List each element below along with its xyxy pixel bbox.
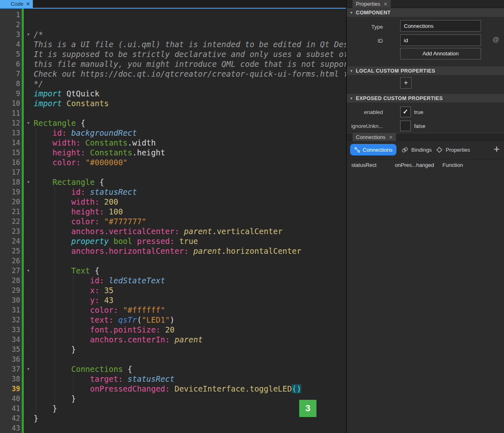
connection-signal: onPres...hanged (395, 162, 434, 168)
tab-code[interactable]: Code ✕ (0, 0, 33, 8)
code-line[interactable]: width: 200 (0, 197, 346, 207)
code-line[interactable]: } (0, 394, 346, 403)
code-line[interactable]: This is a UI file (.ui.qml) that is inte… (0, 39, 346, 49)
close-icon[interactable]: ✕ (26, 1, 30, 7)
add-local-property-button[interactable]: + (400, 77, 412, 89)
code-line[interactable]: onPressedChanged: DeviceInterface.toggle… (0, 384, 346, 394)
binding-icon (401, 147, 408, 153)
annotation-count-badge[interactable]: 3 (299, 400, 316, 417)
properties-tool-label: Properties (446, 147, 470, 153)
tab-connections-label: Connections (356, 134, 385, 140)
code-line[interactable]: color: "#777777" (0, 216, 346, 226)
enabled-checkbox[interactable]: ✓ (400, 107, 411, 117)
connection-row[interactable]: statusRectonPres...hangedFunction (347, 162, 504, 171)
code-line[interactable]: } (0, 344, 346, 354)
code-lines: /*This is a UI file (.ui.qml) that is in… (0, 10, 346, 433)
editor-tab-bar: Code ✕ (0, 0, 346, 8)
code-area[interactable]: 1234567891011121314151617181920212223242… (0, 9, 346, 433)
code-line[interactable]: anchors.horizontalCenter: parent.horizon… (0, 246, 346, 256)
code-line[interactable] (0, 10, 346, 20)
code-line[interactable]: this file manually, you might introduce … (0, 59, 346, 69)
properties-tool-button[interactable]: Properties (436, 144, 470, 155)
tab-code-label: Code (11, 1, 23, 7)
add-connection-button[interactable]: + (490, 143, 503, 155)
type-field[interactable] (400, 20, 481, 32)
collapse-arrow-icon[interactable]: ▾ (347, 96, 356, 100)
diamond-icon (436, 146, 443, 153)
section-component-title: COMPONENT (356, 10, 391, 16)
code-line[interactable]: Text { (0, 266, 346, 276)
code-line[interactable] (0, 167, 346, 177)
code-line[interactable]: Rectangle { (0, 177, 346, 187)
code-line[interactable] (0, 354, 346, 364)
code-line[interactable]: id: statusRect (0, 187, 346, 197)
connections-toolbar: Connections Bindings Properties + (347, 141, 504, 160)
code-line[interactable]: Rectangle { (0, 118, 346, 128)
code-line[interactable]: */ (0, 79, 346, 89)
code-line[interactable]: height: 100 (0, 207, 346, 216)
add-annotation-button[interactable]: Add Annotation (400, 48, 481, 59)
code-line[interactable]: } (0, 413, 346, 423)
annotation-at-icon[interactable]: @ (493, 36, 499, 43)
properties-tab-bar: Properties ✕ (347, 0, 504, 8)
connection-target: statusRect (351, 162, 376, 168)
bindings-tool-button[interactable]: Bindings (401, 144, 432, 155)
connection-icon (354, 147, 360, 153)
code-line[interactable]: Check out https://doc.qt.io/qtcreator/cr… (0, 69, 346, 79)
close-icon[interactable]: ✕ (383, 1, 387, 7)
code-line[interactable]: id: backgroundRect (0, 128, 346, 138)
code-line[interactable]: } (0, 403, 346, 413)
tab-properties-label: Properties (356, 1, 380, 7)
enabled-value: true (414, 109, 423, 115)
code-line[interactable]: font.pointSize: 20 (0, 325, 346, 335)
connections-tool-label: Connections (363, 147, 392, 153)
code-line[interactable] (0, 423, 346, 433)
ignore-unknown-checkbox[interactable] (400, 121, 411, 131)
bindings-tool-label: Bindings (411, 147, 432, 153)
code-line[interactable]: x: 35 (0, 285, 346, 295)
section-exposed-title: EXPOSED CUSTOM PROPERTIES (356, 96, 443, 101)
code-line[interactable]: y: 43 (0, 295, 346, 305)
code-line[interactable]: import QtQuick (0, 89, 346, 98)
connections-tab-bar: Connections ✕ (347, 133, 504, 141)
right-panel: Properties ✕ ▾ COMPONENT Type ID @ Add A… (347, 0, 504, 433)
code-line[interactable]: height: Constants.height (0, 148, 346, 157)
connection-action: Function (442, 162, 463, 168)
code-line[interactable]: anchors.centerIn: parent (0, 335, 346, 344)
id-label: ID (347, 38, 383, 44)
code-editor: Code ✕ 123456789101112131415161718192021… (0, 0, 346, 433)
ignore-unknown-label: ignoreUnkn... (347, 123, 383, 129)
code-line[interactable]: color: "#ffffff" (0, 305, 346, 315)
connections-tool-button[interactable]: Connections (350, 144, 396, 155)
code-line[interactable] (0, 108, 346, 118)
id-field[interactable] (400, 34, 481, 46)
collapse-arrow-icon[interactable]: ▾ (347, 10, 356, 15)
code-line[interactable] (0, 20, 346, 30)
section-exposed-properties: ▾ EXPOSED CUSTOM PROPERTIES (347, 94, 504, 103)
code-line[interactable]: /* (0, 30, 346, 39)
enabled-label: enabled (347, 109, 383, 115)
code-line[interactable]: text: qsTr("LED1") (0, 315, 346, 325)
code-line[interactable]: It is supposed to be strictly declarativ… (0, 49, 346, 59)
code-line[interactable]: target: statusRect (0, 374, 346, 384)
code-line[interactable]: Connections { (0, 364, 346, 374)
section-local-properties: ▾ LOCAL CUSTOM PROPERTIES (347, 66, 504, 75)
code-line[interactable]: anchors.verticalCenter: parent.verticalC… (0, 226, 346, 236)
type-label: Type (347, 24, 383, 30)
tab-connections[interactable]: Connections ✕ (353, 133, 396, 141)
tab-properties[interactable]: Properties ✕ (353, 0, 391, 8)
code-line[interactable]: id: ledStateText (0, 276, 346, 285)
ignore-unknown-value: false (414, 123, 425, 129)
close-icon[interactable]: ✕ (389, 134, 393, 140)
collapse-arrow-icon[interactable]: ▾ (347, 68, 356, 73)
code-line[interactable]: import Constants (0, 98, 346, 108)
section-local-title: LOCAL CUSTOM PROPERTIES (356, 68, 435, 74)
code-line[interactable]: property bool pressed: true (0, 236, 346, 246)
code-line[interactable]: color: "#000000" (0, 157, 346, 167)
code-line[interactable] (0, 256, 346, 266)
code-line[interactable]: width: Constants.width (0, 138, 346, 148)
section-component: ▾ COMPONENT (347, 8, 504, 17)
